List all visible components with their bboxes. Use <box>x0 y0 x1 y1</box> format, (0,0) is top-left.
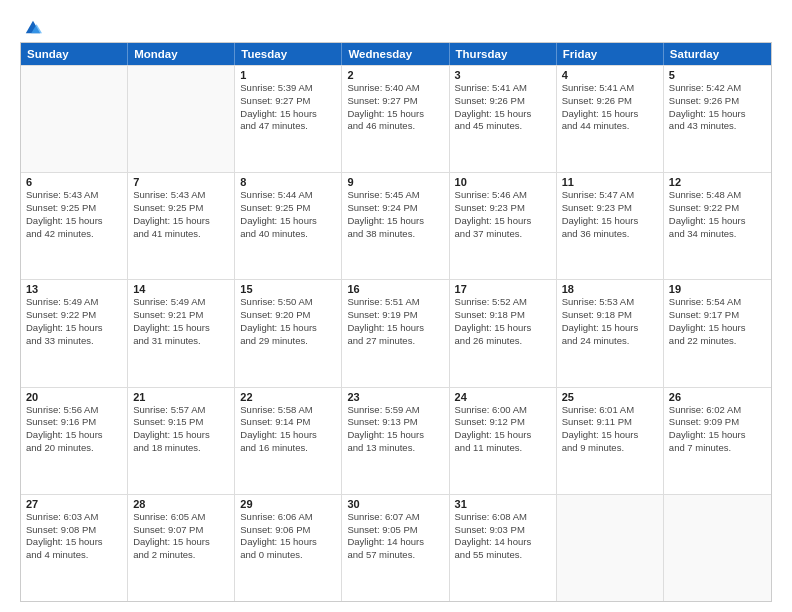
calendar-cell: 4Sunrise: 5:41 AMSunset: 9:26 PMDaylight… <box>557 66 664 172</box>
day-number: 24 <box>455 391 551 403</box>
calendar-cell: 17Sunrise: 5:52 AMSunset: 9:18 PMDayligh… <box>450 280 557 386</box>
day-info: Sunrise: 5:53 AMSunset: 9:18 PMDaylight:… <box>562 296 658 347</box>
day-info: Sunrise: 6:05 AMSunset: 9:07 PMDaylight:… <box>133 511 229 562</box>
day-info: Sunrise: 5:50 AMSunset: 9:20 PMDaylight:… <box>240 296 336 347</box>
calendar-cell: 21Sunrise: 5:57 AMSunset: 9:15 PMDayligh… <box>128 388 235 494</box>
day-number: 2 <box>347 69 443 81</box>
day-number: 11 <box>562 176 658 188</box>
weekday-header: Monday <box>128 43 235 65</box>
calendar-cell <box>664 495 771 601</box>
day-info: Sunrise: 5:41 AMSunset: 9:26 PMDaylight:… <box>562 82 658 133</box>
calendar-row: 1Sunrise: 5:39 AMSunset: 9:27 PMDaylight… <box>21 65 771 172</box>
page: SundayMondayTuesdayWednesdayThursdayFrid… <box>0 0 792 612</box>
calendar-cell: 6Sunrise: 5:43 AMSunset: 9:25 PMDaylight… <box>21 173 128 279</box>
calendar: SundayMondayTuesdayWednesdayThursdayFrid… <box>20 42 772 602</box>
day-info: Sunrise: 5:58 AMSunset: 9:14 PMDaylight:… <box>240 404 336 455</box>
day-info: Sunrise: 5:52 AMSunset: 9:18 PMDaylight:… <box>455 296 551 347</box>
calendar-cell: 16Sunrise: 5:51 AMSunset: 9:19 PMDayligh… <box>342 280 449 386</box>
day-number: 14 <box>133 283 229 295</box>
day-number: 21 <box>133 391 229 403</box>
day-number: 7 <box>133 176 229 188</box>
calendar-row: 20Sunrise: 5:56 AMSunset: 9:16 PMDayligh… <box>21 387 771 494</box>
day-number: 31 <box>455 498 551 510</box>
day-number: 8 <box>240 176 336 188</box>
calendar-cell: 5Sunrise: 5:42 AMSunset: 9:26 PMDaylight… <box>664 66 771 172</box>
calendar-cell: 27Sunrise: 6:03 AMSunset: 9:08 PMDayligh… <box>21 495 128 601</box>
calendar-cell: 11Sunrise: 5:47 AMSunset: 9:23 PMDayligh… <box>557 173 664 279</box>
day-number: 12 <box>669 176 766 188</box>
weekday-header: Sunday <box>21 43 128 65</box>
calendar-cell: 29Sunrise: 6:06 AMSunset: 9:06 PMDayligh… <box>235 495 342 601</box>
day-info: Sunrise: 6:01 AMSunset: 9:11 PMDaylight:… <box>562 404 658 455</box>
day-info: Sunrise: 5:47 AMSunset: 9:23 PMDaylight:… <box>562 189 658 240</box>
weekday-header: Thursday <box>450 43 557 65</box>
day-number: 28 <box>133 498 229 510</box>
weekday-header: Saturday <box>664 43 771 65</box>
calendar-cell: 24Sunrise: 6:00 AMSunset: 9:12 PMDayligh… <box>450 388 557 494</box>
day-info: Sunrise: 6:03 AMSunset: 9:08 PMDaylight:… <box>26 511 122 562</box>
day-info: Sunrise: 6:07 AMSunset: 9:05 PMDaylight:… <box>347 511 443 562</box>
calendar-cell: 31Sunrise: 6:08 AMSunset: 9:03 PMDayligh… <box>450 495 557 601</box>
day-info: Sunrise: 5:49 AMSunset: 9:21 PMDaylight:… <box>133 296 229 347</box>
calendar-cell <box>21 66 128 172</box>
day-number: 26 <box>669 391 766 403</box>
weekday-header: Wednesday <box>342 43 449 65</box>
day-info: Sunrise: 5:39 AMSunset: 9:27 PMDaylight:… <box>240 82 336 133</box>
day-number: 27 <box>26 498 122 510</box>
calendar-cell: 9Sunrise: 5:45 AMSunset: 9:24 PMDaylight… <box>342 173 449 279</box>
day-info: Sunrise: 6:00 AMSunset: 9:12 PMDaylight:… <box>455 404 551 455</box>
day-number: 22 <box>240 391 336 403</box>
calendar-cell: 12Sunrise: 5:48 AMSunset: 9:22 PMDayligh… <box>664 173 771 279</box>
calendar-cell: 20Sunrise: 5:56 AMSunset: 9:16 PMDayligh… <box>21 388 128 494</box>
calendar-row: 13Sunrise: 5:49 AMSunset: 9:22 PMDayligh… <box>21 279 771 386</box>
day-info: Sunrise: 5:42 AMSunset: 9:26 PMDaylight:… <box>669 82 766 133</box>
calendar-cell: 18Sunrise: 5:53 AMSunset: 9:18 PMDayligh… <box>557 280 664 386</box>
day-info: Sunrise: 5:49 AMSunset: 9:22 PMDaylight:… <box>26 296 122 347</box>
day-number: 20 <box>26 391 122 403</box>
calendar-cell: 26Sunrise: 6:02 AMSunset: 9:09 PMDayligh… <box>664 388 771 494</box>
day-number: 29 <box>240 498 336 510</box>
day-info: Sunrise: 5:40 AMSunset: 9:27 PMDaylight:… <box>347 82 443 133</box>
calendar-cell: 22Sunrise: 5:58 AMSunset: 9:14 PMDayligh… <box>235 388 342 494</box>
day-number: 9 <box>347 176 443 188</box>
calendar-cell: 13Sunrise: 5:49 AMSunset: 9:22 PMDayligh… <box>21 280 128 386</box>
calendar-cell: 28Sunrise: 6:05 AMSunset: 9:07 PMDayligh… <box>128 495 235 601</box>
day-info: Sunrise: 5:48 AMSunset: 9:22 PMDaylight:… <box>669 189 766 240</box>
day-number: 3 <box>455 69 551 81</box>
day-info: Sunrise: 5:45 AMSunset: 9:24 PMDaylight:… <box>347 189 443 240</box>
calendar-cell: 7Sunrise: 5:43 AMSunset: 9:25 PMDaylight… <box>128 173 235 279</box>
day-number: 5 <box>669 69 766 81</box>
day-number: 25 <box>562 391 658 403</box>
day-number: 1 <box>240 69 336 81</box>
calendar-row: 6Sunrise: 5:43 AMSunset: 9:25 PMDaylight… <box>21 172 771 279</box>
day-number: 19 <box>669 283 766 295</box>
weekday-header: Tuesday <box>235 43 342 65</box>
calendar-cell: 25Sunrise: 6:01 AMSunset: 9:11 PMDayligh… <box>557 388 664 494</box>
day-info: Sunrise: 5:57 AMSunset: 9:15 PMDaylight:… <box>133 404 229 455</box>
weekday-header: Friday <box>557 43 664 65</box>
day-info: Sunrise: 5:51 AMSunset: 9:19 PMDaylight:… <box>347 296 443 347</box>
calendar-cell: 3Sunrise: 5:41 AMSunset: 9:26 PMDaylight… <box>450 66 557 172</box>
day-info: Sunrise: 5:46 AMSunset: 9:23 PMDaylight:… <box>455 189 551 240</box>
day-number: 30 <box>347 498 443 510</box>
calendar-cell: 14Sunrise: 5:49 AMSunset: 9:21 PMDayligh… <box>128 280 235 386</box>
day-number: 18 <box>562 283 658 295</box>
day-info: Sunrise: 5:59 AMSunset: 9:13 PMDaylight:… <box>347 404 443 455</box>
logo <box>20 18 42 32</box>
day-info: Sunrise: 5:44 AMSunset: 9:25 PMDaylight:… <box>240 189 336 240</box>
day-info: Sunrise: 6:06 AMSunset: 9:06 PMDaylight:… <box>240 511 336 562</box>
day-info: Sunrise: 5:56 AMSunset: 9:16 PMDaylight:… <box>26 404 122 455</box>
day-number: 4 <box>562 69 658 81</box>
calendar-cell <box>128 66 235 172</box>
calendar-cell: 10Sunrise: 5:46 AMSunset: 9:23 PMDayligh… <box>450 173 557 279</box>
calendar-cell: 8Sunrise: 5:44 AMSunset: 9:25 PMDaylight… <box>235 173 342 279</box>
day-info: Sunrise: 5:54 AMSunset: 9:17 PMDaylight:… <box>669 296 766 347</box>
day-number: 13 <box>26 283 122 295</box>
calendar-header: SundayMondayTuesdayWednesdayThursdayFrid… <box>21 43 771 65</box>
calendar-body: 1Sunrise: 5:39 AMSunset: 9:27 PMDaylight… <box>21 65 771 601</box>
day-info: Sunrise: 6:02 AMSunset: 9:09 PMDaylight:… <box>669 404 766 455</box>
day-info: Sunrise: 5:43 AMSunset: 9:25 PMDaylight:… <box>133 189 229 240</box>
calendar-cell: 23Sunrise: 5:59 AMSunset: 9:13 PMDayligh… <box>342 388 449 494</box>
day-number: 10 <box>455 176 551 188</box>
day-info: Sunrise: 5:41 AMSunset: 9:26 PMDaylight:… <box>455 82 551 133</box>
